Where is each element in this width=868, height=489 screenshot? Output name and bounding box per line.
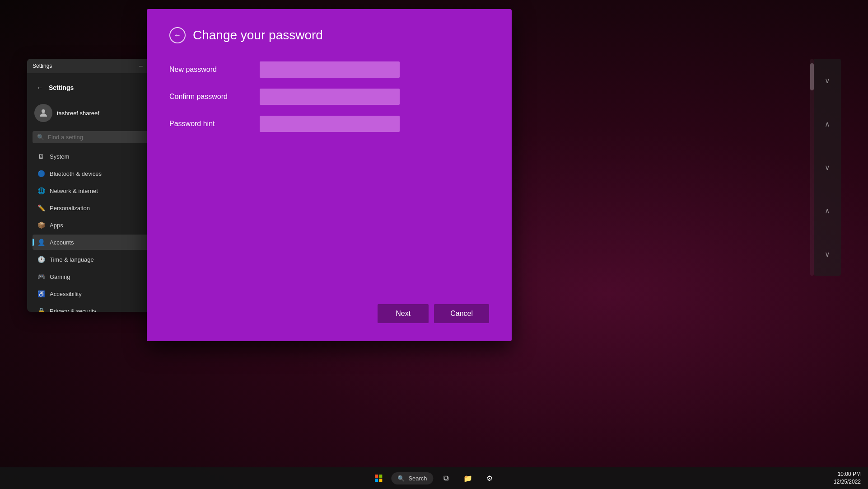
- sidebar-item-label: Privacy & security: [50, 308, 96, 312]
- dialog-header: ← Change your password: [169, 27, 489, 43]
- settings-gear-icon: ⚙: [486, 474, 493, 483]
- settings-title-label: Settings: [49, 84, 74, 91]
- task-view-button[interactable]: ⧉: [437, 469, 455, 487]
- expand-arrow-1[interactable]: ∨: [821, 73, 834, 89]
- confirm-password-input[interactable]: [260, 89, 400, 105]
- taskbar-time-display: 10:00 PM: [834, 470, 861, 478]
- sidebar-item-label: Network & internet: [50, 188, 98, 194]
- dialog-footer: Next Cancel: [378, 304, 489, 323]
- sidebar-item-label: Apps: [50, 222, 63, 229]
- new-password-label: New password: [169, 66, 260, 74]
- personalization-icon: ✏️: [37, 204, 45, 212]
- sidebar-item-label: Gaming: [50, 273, 70, 280]
- settings-taskbar-button[interactable]: ⚙: [481, 469, 499, 487]
- dialog-back-button[interactable]: ←: [169, 27, 186, 43]
- sidebar-item-label: Time & language: [50, 256, 94, 263]
- svg-point-0: [42, 109, 45, 113]
- new-password-group: New password: [169, 61, 489, 78]
- settings-window-title: Settings: [33, 63, 52, 69]
- password-hint-input[interactable]: [260, 116, 400, 132]
- logo-square-1: [375, 475, 378, 478]
- dialog-title: Change your password: [193, 28, 323, 42]
- desktop: Settings ─ □ ✕ ← Settings tashreef shar: [0, 0, 868, 489]
- taskbar-search-icon: 🔍: [397, 475, 405, 482]
- settings-back-button[interactable]: ←: [34, 82, 45, 93]
- sidebar-item-label: Personalization: [50, 205, 90, 212]
- start-button[interactable]: [369, 469, 387, 487]
- taskbar: 🔍 Search ⧉ 📁 ⚙ 10:00 PM 12/25/2022: [0, 467, 868, 489]
- scrollbar-thumb[interactable]: [810, 63, 814, 90]
- collapse-arrow-2[interactable]: ∧: [821, 203, 834, 219]
- sidebar-item-label: Accessibility: [50, 291, 82, 297]
- password-hint-label: Password hint: [169, 120, 260, 128]
- sidebar-item-label: Bluetooth & devices: [50, 170, 102, 177]
- expand-arrow-2[interactable]: ∨: [821, 160, 834, 175]
- confirm-password-label: Confirm password: [169, 93, 260, 101]
- sidebar-item-label: System: [50, 153, 69, 160]
- confirm-password-group: Confirm password: [169, 89, 489, 105]
- system-icon: 🖥: [37, 152, 45, 160]
- logo-square-4: [379, 479, 382, 482]
- time-icon: 🕐: [37, 255, 45, 263]
- taskbar-center: 🔍 Search ⧉ 📁 ⚙: [369, 469, 498, 487]
- collapse-arrow-1[interactable]: ∧: [821, 116, 834, 132]
- expand-arrow-3[interactable]: ∨: [821, 246, 834, 262]
- file-explorer-icon: 📁: [463, 474, 472, 483]
- windows-logo-icon: [375, 475, 382, 482]
- new-password-input[interactable]: [260, 61, 400, 78]
- file-explorer-button[interactable]: 📁: [459, 469, 477, 487]
- taskbar-search-label: Search: [408, 475, 427, 482]
- bluetooth-icon: 🔵: [37, 169, 45, 178]
- change-password-dialog: ← Change your password New password Conf…: [147, 9, 512, 341]
- search-icon: 🔍: [37, 134, 44, 141]
- privacy-icon: 🔒: [37, 307, 45, 312]
- password-hint-group: Password hint: [169, 116, 489, 132]
- task-view-icon: ⧉: [443, 474, 448, 482]
- right-panel: ∨ ∧ ∨ ∧ ∨: [814, 59, 841, 276]
- taskbar-right: 10:00 PM 12/25/2022: [834, 470, 868, 486]
- logo-square-2: [379, 475, 382, 478]
- username-label: tashreef shareef: [57, 110, 99, 117]
- cancel-button[interactable]: Cancel: [434, 304, 489, 323]
- back-arrow-icon: ←: [174, 31, 181, 39]
- accessibility-icon: ♿: [37, 290, 45, 298]
- scrollbar-track[interactable]: [810, 59, 814, 276]
- apps-icon: 📦: [37, 221, 45, 229]
- next-button[interactable]: Next: [378, 304, 429, 323]
- sidebar-item-label: Accounts: [50, 239, 74, 246]
- accounts-icon: 👤: [37, 238, 45, 246]
- avatar: [34, 104, 52, 122]
- logo-square-3: [375, 479, 378, 482]
- network-icon: 🌐: [37, 187, 45, 195]
- minimize-button[interactable]: ─: [135, 60, 147, 72]
- taskbar-date-display: 12/25/2022: [834, 478, 861, 486]
- taskbar-clock: 10:00 PM 12/25/2022: [834, 470, 861, 486]
- gaming-icon: 🎮: [37, 273, 45, 281]
- taskbar-search-button[interactable]: 🔍 Search: [391, 472, 433, 484]
